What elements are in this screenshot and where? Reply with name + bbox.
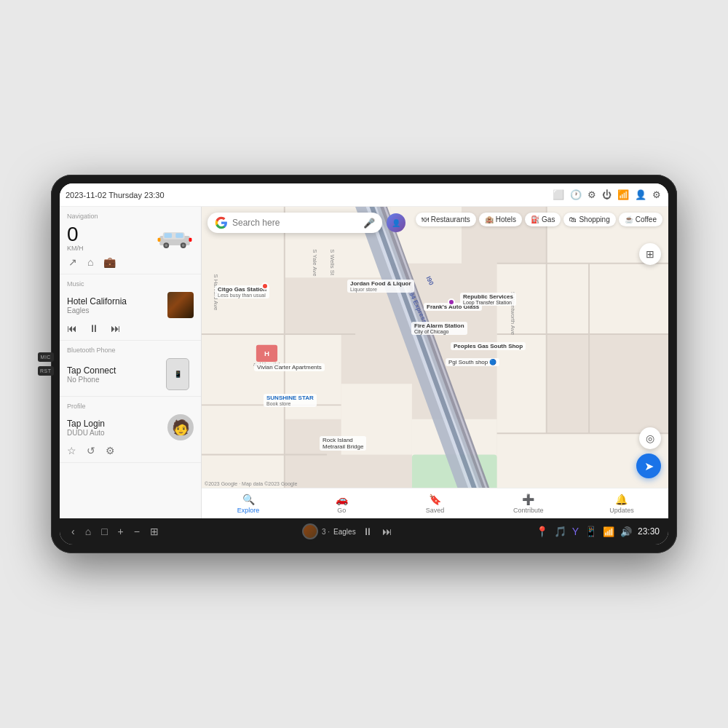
contribute-label: Contribute	[513, 507, 544, 514]
nav-controls: ↗ ⌂ 💼	[67, 256, 194, 268]
navigate-icon[interactable]: ↗	[68, 256, 77, 268]
power-icon: ⏻	[602, 189, 612, 200]
nav-updates[interactable]: 🔔 Updates	[575, 494, 668, 514]
music-title: Hotel California	[67, 296, 167, 306]
location-button[interactable]: ◎	[639, 427, 661, 449]
explore-icon: 🔍	[242, 494, 255, 505]
map-background: I94 Express I90 S Harvard Ave S Wentwort…	[202, 207, 668, 518]
sys-time: 23:30	[638, 526, 660, 537]
sys-next[interactable]: ⏭	[379, 524, 395, 539]
svg-point-7	[182, 244, 185, 247]
rst-button[interactable]: RST	[38, 366, 54, 376]
settings-profile-icon[interactable]: ⚙	[106, 445, 115, 456]
add-button[interactable]: +	[115, 524, 127, 539]
speed-unit: KM/H	[67, 245, 84, 252]
svg-text:ard Hospital: ard Hospital	[253, 362, 280, 368]
updates-icon: 🔔	[615, 494, 628, 505]
refresh-icon[interactable]: ↺	[87, 445, 95, 456]
svg-rect-12	[285, 334, 341, 419]
svg-text:S Yale Ave: S Yale Ave	[312, 249, 318, 276]
navigation-label: Navigation	[67, 213, 194, 220]
device-frame: MIC RST 2023-11-02 Thursday 23:30 ⬜ 🕐 ⚙ …	[51, 175, 677, 553]
nav-contribute[interactable]: ➕ Contribute	[482, 494, 575, 514]
go-icon: 🚗	[336, 494, 348, 505]
layers-button[interactable]: ⊞	[639, 243, 661, 265]
side-buttons: MIC RST	[38, 352, 54, 376]
pause-button[interactable]: ⏸	[89, 323, 99, 334]
music-content: Hotel California Eagles	[67, 292, 194, 318]
profile-name: Tap Login	[67, 419, 167, 429]
bluetooth-section: Bluetooth Phone Tap Connect No Phone 📱	[60, 341, 201, 397]
sidebar: Navigation 0 KM/H	[60, 207, 202, 518]
steering-icon: ⚙	[587, 189, 596, 200]
profile-content: Tap Login DUDU Auto 🧑	[67, 414, 194, 440]
minus-button[interactable]: −	[131, 524, 143, 539]
mic-button[interactable]: MIC	[38, 352, 54, 362]
svg-point-5	[165, 244, 167, 247]
svg-rect-20	[497, 264, 547, 433]
wifi-icon: 📶	[617, 189, 629, 200]
explore-label: Explore	[237, 507, 260, 514]
google-logo	[215, 216, 228, 229]
music-controls: ⏮ ⏸ ⏭	[67, 323, 194, 334]
device-screen: 2023-11-02 Thursday 23:30 ⬜ 🕐 ⚙ ⏻ 📶 👤 ⚙ …	[60, 183, 668, 545]
work-icon[interactable]: 💼	[103, 256, 116, 268]
nav-explore[interactable]: 🔍 Explore	[202, 494, 295, 514]
timer-icon: 🕐	[570, 189, 582, 200]
navigation-content: 0 KM/H	[67, 224, 194, 252]
svg-text:S Harvard Ave: S Harvard Ave	[213, 274, 219, 310]
svg-rect-3	[175, 233, 183, 238]
status-bar: 2023-11-02 Thursday 23:30 ⬜ 🕐 ⚙ ⏻ 📶 👤 ⚙	[60, 183, 668, 207]
saved-label: Saved	[426, 507, 445, 514]
bt-title: Tap Connect	[67, 365, 166, 376]
status-icons: ⬜ 🕐 ⚙ ⏻ 📶 👤 ⚙	[553, 189, 661, 200]
profile-label: Profile	[67, 403, 194, 410]
profile-controls: ☆ ↺ ⚙	[67, 445, 194, 456]
speed-value: 0	[67, 224, 79, 245]
apps-sys-icon: 📱	[585, 526, 597, 537]
svg-rect-2	[165, 233, 172, 238]
car-icon	[156, 227, 194, 249]
window-button[interactable]: □	[98, 524, 110, 539]
contribute-icon: ➕	[522, 494, 534, 505]
location-sys-icon: 📍	[536, 526, 548, 537]
volume-sys-icon: 🔊	[620, 526, 632, 537]
svg-rect-13	[341, 384, 412, 454]
home-button[interactable]: ⌂	[82, 524, 94, 539]
datetime-display: 2023-11-02 Thursday 23:30	[66, 191, 165, 199]
phone-illustration: 📱	[166, 358, 189, 390]
sys-icons-right: 📍 🎵 Y 📱 📶 🔊 23:30	[536, 526, 660, 537]
grid-button[interactable]: ⊞	[147, 524, 162, 539]
profile-info: Tap Login DUDU Auto	[67, 419, 167, 437]
prev-track-button[interactable]: ⏮	[67, 323, 77, 334]
svg-rect-8	[158, 238, 161, 242]
navigate-button[interactable]: ➤	[636, 454, 661, 478]
track-number: 3 ·	[322, 528, 330, 536]
user-avatar[interactable]: 👤	[387, 213, 405, 232]
track-info: 3 · Eagles ⏸ ⏭	[166, 523, 531, 539]
mic-icon[interactable]: 🎤	[363, 218, 375, 229]
bluetooth-info: Tap Connect No Phone	[67, 365, 166, 384]
music-sys-icon: 🎵	[554, 526, 566, 537]
nav-go[interactable]: 🚗 Go	[295, 494, 388, 514]
track-name: Eagles	[333, 528, 356, 536]
music-label: Music	[67, 280, 194, 288]
bt-subtitle: No Phone	[67, 376, 166, 384]
nav-saved[interactable]: 🔖 Saved	[388, 494, 481, 514]
screen-icon: ⬜	[553, 189, 564, 200]
updates-label: Updates	[609, 507, 634, 514]
phone-icon: 📱	[166, 358, 194, 390]
map-bottom-nav: 🔍 Explore 🚗 Go 🔖 Saved ➕ Contribute	[202, 488, 668, 518]
back-button[interactable]: ‹	[68, 524, 78, 539]
favorite-icon[interactable]: ☆	[67, 445, 76, 456]
map-area[interactable]: I94 Express I90 S Harvard Ave S Wentwort…	[202, 207, 668, 518]
next-track-button[interactable]: ⏭	[111, 323, 121, 334]
search-input[interactable]: Search here	[232, 218, 359, 228]
bluetooth-content: Tap Connect No Phone 📱	[67, 358, 194, 390]
pin-franks	[448, 298, 455, 306]
sys-play-pause[interactable]: ⏸	[360, 524, 376, 539]
gear-icon: ⚙	[652, 189, 661, 200]
home-nav-icon[interactable]: ⌂	[87, 256, 93, 268]
yahoo-icon: Y	[572, 526, 579, 537]
search-container[interactable]: Search here 🎤	[207, 213, 382, 233]
